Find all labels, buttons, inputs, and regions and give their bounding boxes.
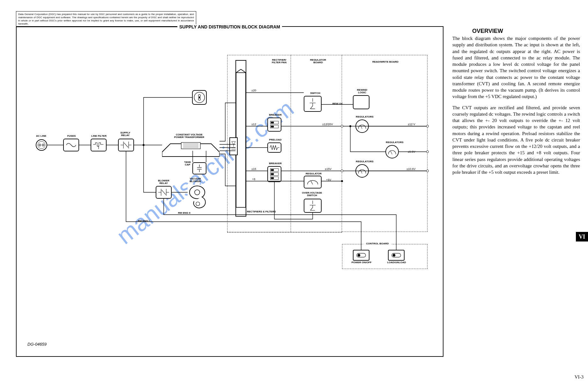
node — [349, 125, 351, 127]
terminal — [341, 170, 343, 172]
page-number: VI-3 — [575, 374, 584, 380]
diagram-title: SUPPLY AND DISTRIBUTION BLOCK DIAGRAM — [177, 24, 282, 29]
node — [341, 180, 343, 182]
overview-title: OVERVIEW — [472, 28, 503, 34]
overview-text: The block diagram shows the major compon… — [452, 35, 580, 180]
diagram-canvas: manualsarchive.com RECTIFIER/ FILTER PAN… — [31, 52, 430, 269]
terminal — [426, 150, 429, 153]
overview-para-1: The block diagram shows the major compon… — [452, 35, 580, 100]
node — [143, 144, 145, 146]
overview-para-2: The CVT outputs are rectified and filter… — [452, 104, 580, 176]
legal-notice: Data General Corporation (DGC) has prepa… — [16, 11, 196, 27]
terminal — [426, 170, 429, 172]
doc-id: DG-04659 — [27, 342, 47, 347]
diagram-frame: SUPPLY AND DISTRIBUTION BLOCK DIAGRAM DG… — [16, 26, 443, 357]
section-tab: VI — [576, 232, 588, 241]
terminal — [341, 125, 343, 127]
terminal — [426, 125, 429, 127]
